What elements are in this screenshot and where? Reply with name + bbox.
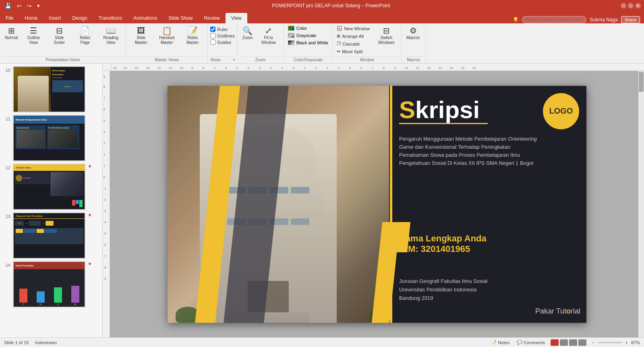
zoom-slider[interactable] [598,342,622,343]
customize-qa-btn[interactable]: ▾ [35,2,41,10]
slide-master-btn[interactable]: 🖼 Slide Master [128,25,153,47]
notes-icon: 📝 [491,340,497,345]
black-white-option[interactable]: Black and White [286,39,330,46]
black-white-label: Black and White [296,40,328,45]
slide-thumb-13[interactable]: Diagram Alur Penelitian Start → → [13,212,85,259]
color-option[interactable]: Color [286,25,330,31]
svg-text:1: 1 [304,66,306,69]
move-split-btn[interactable]: ⇔ Move Split [335,48,371,55]
cascade-btn[interactable]: ❐ Cascade [335,40,371,47]
grayscale-option[interactable]: Grayscale [286,32,330,39]
svg-text:6: 6 [360,66,362,69]
tell-me-input[interactable] [522,16,586,23]
notes-page-icon: 📄 [80,27,90,35]
move-split-label: Move Split [342,49,362,54]
handout-master-btn[interactable]: 📋 Handout Master [154,25,179,47]
subtitle-pre: Pengaruh Menggunaan Metode Pembelajaran [399,136,508,142]
brand-rial: rial [571,307,580,315]
zoom-btn[interactable]: 🔍 Zoom [240,25,255,42]
ribbon-panel: ⊞ Normal ☰ Outline View ⊟ Slide Sorter 📄… [0,23,644,64]
zoom-in-btn[interactable]: + [624,339,630,346]
tab-animations[interactable]: Animations [128,13,163,23]
macros-btn[interactable]: ⚙ Macros [404,25,422,42]
switch-windows-btn[interactable]: ⊟ Switch Windows [374,25,399,47]
zoom-out-btn[interactable]: − [590,339,596,346]
color-swatch [288,26,294,31]
slide-item-10[interactable]: 10 Rancangan Penelitian Pro Lapangan Lap… [2,65,101,113]
svg-text:-9: -9 [104,277,106,280]
tab-home[interactable]: Home [19,13,43,23]
arrange-all-btn[interactable]: ⊞ Arrange All [335,33,371,39]
fit-to-window-btn[interactable]: ⤢ Fit to Window [256,25,281,47]
svg-text:-1: -1 [281,66,283,69]
redo-btn[interactable]: ↪ [25,2,33,10]
slide-item-13[interactable]: 13 Diagram Alur Penelitian Start → → [2,212,101,260]
gridlines-label: Gridlines [217,33,234,38]
slide-info: Slide 1 of 19 [4,340,29,345]
slide-item-14[interactable]: 14 Hasil Penelitian 75 [2,260,101,308]
logo-circle: LOGO [543,93,579,129]
gridlines-checkbox[interactable] [210,33,215,38]
maximize-btn[interactable]: □ [628,3,634,8]
reading-status-btn[interactable] [569,339,577,346]
svg-text:-13: -13 [145,66,149,69]
slide-thumb-10[interactable]: Rancangan Penelitian Pro Lapangan Lapang… [13,66,85,112]
tab-insert[interactable]: Insert [43,13,66,23]
canvas-scrollbar-v[interactable] [638,71,644,337]
notes-status-btn[interactable]: 📝 Notes [489,339,511,346]
new-window-btn[interactable]: 🪟 New Window [335,25,371,32]
handout-master-icon: 📋 [162,27,172,35]
guides-checkbox[interactable] [210,39,215,45]
outline-view-btn[interactable]: ☰ Outline View [21,25,46,47]
slide-subtitle: Pengaruh Menggunaan Metode Pembelajaran … [399,135,540,168]
slide-star-13: ★ [88,212,93,218]
macros-label: Macros [404,56,423,63]
show-more-btn[interactable]: ▾ [233,58,235,62]
canvas-area[interactable]: LOGO Skripsi Penga [110,71,644,337]
tab-file[interactable]: File [0,13,19,23]
minimize-btn[interactable]: ─ [621,3,626,8]
slides-panel[interactable]: 10 Rancangan Penelitian Pro Lapangan Lap… [0,64,103,337]
reading-view-btn[interactable]: 📖 Reading View [98,25,123,47]
normal-view-btn[interactable]: ⊞ Normal [2,25,20,42]
tab-view[interactable]: View [226,13,247,23]
slideshow-status-btn[interactable] [578,339,586,346]
notes-master-btn[interactable]: 📝 Notes Master [180,25,205,47]
svg-text:7: 7 [104,97,105,100]
slide-item-12[interactable]: 12 Analisis Data Normalitas [2,163,101,211]
slide-thumb-11[interactable]: Metode Pengumpulan Data Dokumentasi Tes … [13,115,85,161]
undo-btn[interactable]: ↩ [15,2,23,10]
close-btn[interactable]: ✕ [635,3,641,8]
slide-sorter-status-btn[interactable] [560,339,568,346]
master-views-content: 🖼 Slide Master 📋 Handout Master 📝 Notes … [128,25,205,56]
slide-sorter-btn[interactable]: ⊟ Slide Sorter [47,25,72,47]
main-slide[interactable]: LOGO Skripsi Penga [168,86,586,323]
ribbon-tabs: File Home Insert Design Transitions Anim… [0,11,644,23]
slide-item-11[interactable]: 11 Metode Pengumpulan Data Dokumentasi [2,114,101,162]
institution-line2: Universitas Pendidikan Indonesia [399,286,488,294]
tab-transitions[interactable]: Transitions [93,13,128,23]
tab-slideshow[interactable]: Slide Show [163,13,198,23]
scrollbar-thumb-v[interactable] [639,72,644,92]
comments-status-btn[interactable]: 💬 Comments [515,339,547,346]
svg-text:3: 3 [327,66,328,69]
tab-review[interactable]: Review [198,13,225,23]
notes-page-btn[interactable]: 📄 Notes Page [72,25,97,47]
tab-design[interactable]: Design [66,13,93,23]
show-label: Show ▾ [210,56,234,63]
save-btn[interactable]: 💾 [3,2,13,10]
slide-number-11: 11 [2,115,10,121]
main-area: 10 Rancangan Penelitian Pro Lapangan Lap… [0,64,644,337]
slide-thumb-12[interactable]: Analisis Data Normalitas [13,164,85,210]
svg-text:-11: -11 [168,66,172,69]
ruler-checkbox[interactable] [210,27,215,32]
svg-text:0: 0 [293,66,294,69]
slide-thumb-14[interactable]: Hasil Penelitian 75 58 [13,261,85,308]
comments-icon: 💬 [517,340,522,345]
normal-view-status-btn[interactable] [551,339,559,346]
notes-label: Notes [498,340,509,345]
share-button[interactable]: Share [621,16,640,23]
gridlines-checkbox-row[interactable]: Gridlines [210,33,234,38]
ruler-checkbox-row[interactable]: Ruler [210,27,234,32]
guides-checkbox-row[interactable]: Guides [210,39,234,45]
